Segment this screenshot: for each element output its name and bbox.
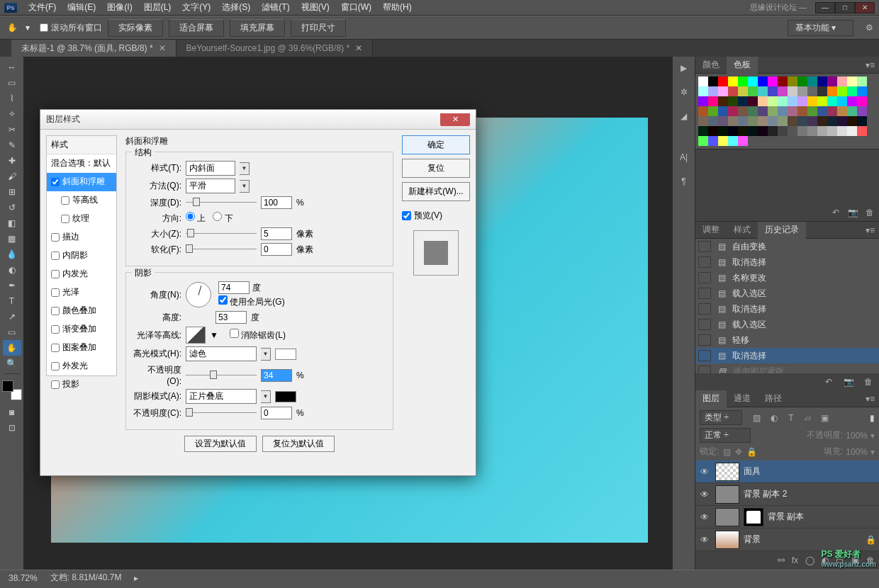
swatch[interactable] [758, 86, 768, 96]
swatch[interactable] [817, 96, 827, 106]
gradient-overlay-item[interactable]: 渐变叠加 [47, 320, 116, 339]
swatch[interactable] [758, 126, 768, 136]
swatch[interactable] [738, 86, 748, 96]
swatch[interactable] [857, 77, 867, 86]
swatch[interactable] [768, 86, 778, 96]
swatch[interactable] [718, 96, 728, 106]
gloss-contour[interactable] [186, 327, 206, 344]
screenmode-icon[interactable]: ⊡ [3, 420, 21, 436]
highlight-opacity-slider[interactable] [186, 370, 257, 381]
swatch[interactable] [728, 126, 738, 136]
quickmask-icon[interactable]: ◙ [3, 405, 21, 420]
swatch[interactable] [857, 126, 867, 136]
swatch[interactable] [778, 106, 788, 116]
panel-menu-icon[interactable]: ▾≡ [861, 60, 879, 70]
swatch[interactable] [718, 86, 728, 96]
swatch[interactable] [738, 96, 748, 106]
visibility-icon[interactable]: 👁 [698, 535, 711, 545]
filter-adjust-icon[interactable]: ◐ [768, 413, 780, 423]
swatch[interactable] [788, 116, 797, 126]
swatch[interactable] [778, 96, 788, 106]
swatch[interactable] [797, 106, 807, 116]
swatch[interactable] [788, 96, 797, 106]
outer-glow-item[interactable]: 外发光 [47, 357, 116, 375]
menu-window[interactable]: 窗口(W) [335, 1, 377, 13]
histogram-icon[interactable]: ◢ [677, 109, 691, 123]
layer-row[interactable]: 👁面具 [695, 460, 879, 483]
adjustments-tab[interactable]: 调整 [695, 222, 727, 239]
depth-input[interactable] [261, 196, 292, 209]
stroke-item[interactable]: 描边 [47, 228, 116, 247]
swatch[interactable] [797, 116, 807, 126]
link-icon[interactable]: ⚯ [778, 555, 785, 565]
swatch[interactable] [698, 106, 708, 116]
snapshot-icon[interactable]: 📷 [846, 207, 859, 218]
dock-collapse-icon[interactable]: ▶ [677, 61, 691, 75]
swatch[interactable] [758, 116, 768, 126]
panel-menu-icon[interactable]: ▾≡ [861, 394, 879, 404]
swatch[interactable] [857, 116, 867, 126]
dropdown-icon[interactable]: ▼ [240, 162, 250, 175]
window-minimize[interactable]: — [815, 2, 835, 13]
swatch[interactable] [778, 126, 788, 136]
swatch[interactable] [847, 77, 857, 86]
channels-tab[interactable]: 通道 [727, 390, 758, 407]
swatch[interactable] [728, 116, 738, 126]
swatch[interactable] [728, 77, 738, 86]
zoom-level[interactable]: 38.72% [9, 573, 38, 583]
type-tool-icon[interactable]: T [3, 293, 21, 309]
swatch[interactable] [817, 86, 827, 96]
window-close[interactable]: ✕ [855, 2, 875, 13]
swatch[interactable] [827, 86, 837, 96]
swatch[interactable] [728, 136, 738, 146]
eraser-tool-icon[interactable]: ◧ [3, 215, 21, 231]
filter-shape-icon[interactable]: ▱ [802, 413, 814, 423]
swatch[interactable] [847, 106, 857, 116]
highlight-color[interactable] [275, 349, 296, 360]
inner-shadow-item[interactable]: 内阴影 [47, 247, 116, 265]
swatch[interactable] [728, 96, 738, 106]
workspace-select[interactable]: 基本功能 ▾ [788, 20, 853, 36]
swatch[interactable] [768, 126, 778, 136]
print-size-button[interactable]: 打印尺寸 [291, 19, 346, 37]
actual-pixels-button[interactable]: 实际像素 [108, 19, 163, 37]
swatch[interactable] [847, 96, 857, 106]
swatch[interactable] [857, 86, 867, 96]
compass-icon[interactable]: ✲ [677, 85, 691, 99]
dialog-titlebar[interactable]: 图层样式 ✕ [40, 110, 476, 130]
color-swatches[interactable] [2, 380, 22, 400]
antialias-checkbox[interactable]: 消除锯齿(L) [230, 329, 286, 341]
new-style-button[interactable]: 新建样式(W)... [402, 182, 470, 201]
swatch[interactable] [698, 136, 708, 146]
swatch[interactable] [698, 77, 708, 86]
swatch[interactable] [857, 106, 867, 116]
lock-all-icon[interactable]: 🔒 [746, 447, 757, 457]
swatch[interactable] [748, 126, 758, 136]
layer-row[interactable]: 👁背景 副本 [695, 506, 879, 528]
swatch[interactable] [797, 96, 807, 106]
soften-input[interactable] [261, 243, 292, 256]
swatch[interactable] [718, 126, 728, 136]
altitude-input[interactable] [215, 311, 247, 324]
swatch[interactable] [817, 106, 827, 116]
style-select[interactable]: 内斜面 [186, 161, 235, 176]
healing-tool-icon[interactable]: ✚ [3, 153, 21, 169]
path-tool-icon[interactable]: ↗ [3, 309, 21, 324]
global-light-checkbox[interactable]: 使用全局光(G) [218, 295, 285, 308]
dropdown-icon[interactable]: ▼ [240, 180, 250, 193]
doc-tab-1[interactable]: 未标题-1 @ 38.7% (面具, RGB/8) *✕ [11, 40, 177, 57]
history-item[interactable]: ▤取消选择 [695, 348, 879, 363]
stamp-tool-icon[interactable]: ⊞ [3, 184, 21, 200]
swatch[interactable] [788, 77, 797, 86]
styles-tab[interactable]: 样式 [727, 222, 758, 239]
dropdown-icon[interactable]: ▼ [210, 330, 218, 340]
styles-header[interactable]: 样式 [47, 136, 116, 154]
swatch[interactable] [847, 86, 857, 96]
lock-pixels-icon[interactable]: ▨ [723, 447, 731, 457]
menu-select[interactable]: 选择(S) [216, 1, 256, 13]
pen-tool-icon[interactable]: ✒ [3, 278, 21, 293]
swatch[interactable] [797, 126, 807, 136]
color-overlay-item[interactable]: 颜色叠加 [47, 302, 116, 320]
swatch[interactable] [847, 126, 857, 136]
swatch[interactable] [758, 106, 768, 116]
